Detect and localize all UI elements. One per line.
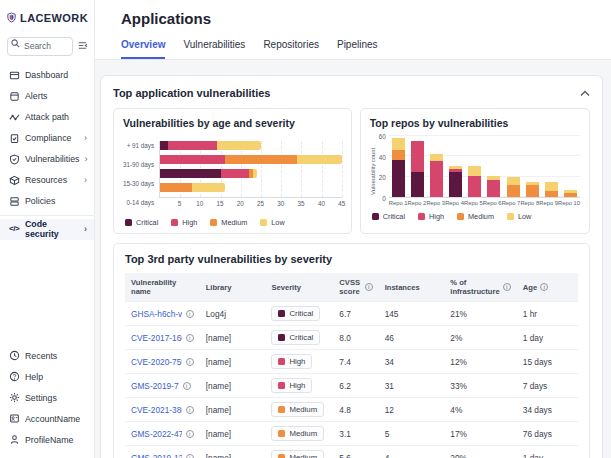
bar-segment-high[interactable]: [430, 161, 443, 197]
bar-segment-medium[interactable]: [392, 150, 405, 160]
bar-segment-high[interactable]: [160, 155, 225, 164]
bar-segment-low[interactable]: [217, 141, 261, 150]
col-vulnerability-name[interactable]: Vulnerability name: [125, 273, 200, 302]
sidebar-item-alerts[interactable]: Alerts: [0, 86, 94, 107]
legend-item-critical[interactable]: Critical: [372, 212, 405, 221]
tab-overview[interactable]: Overview: [121, 39, 165, 59]
infrastructure-cell: 33%: [444, 374, 516, 398]
info-icon[interactable]: [540, 283, 548, 291]
table-row: GMS-2019-7[name]High6.23133%7 days: [125, 374, 578, 398]
bar-segment-low[interactable]: [430, 154, 443, 161]
sidebar-item-policies[interactable]: Policies: [0, 191, 94, 212]
col-age[interactable]: Age: [517, 273, 578, 302]
severity-dot: [278, 310, 285, 317]
bar-segment-low[interactable]: [507, 177, 520, 185]
bar-segment-medium[interactable]: [526, 185, 539, 197]
bar-segment-high[interactable]: [168, 141, 216, 150]
bar-segment-low[interactable]: [545, 182, 558, 191]
tab-vulnerabilities[interactable]: Vulnerabilities: [183, 39, 245, 59]
legend-item-high[interactable]: High: [418, 212, 444, 221]
bar-segment-low[interactable]: [192, 183, 224, 192]
bar-segment-high[interactable]: [411, 141, 424, 172]
sidebar-item-recents[interactable]: Recents: [0, 345, 94, 366]
sidebar-item-label: Dashboard: [25, 70, 68, 80]
legend-item-low[interactable]: Low: [507, 212, 531, 221]
col-severity[interactable]: Severity: [265, 273, 333, 302]
legend-item-low[interactable]: Low: [260, 218, 284, 227]
info-icon[interactable]: [186, 430, 194, 438]
bar-segment-critical[interactable]: [160, 141, 168, 150]
bar-segment-medium[interactable]: [564, 193, 577, 197]
sidebar-item-dashboard[interactable]: Dashboard: [0, 65, 94, 86]
sidebar-item-label: Compliance: [25, 133, 71, 143]
severity-dot: [278, 382, 285, 389]
legend-item-medium[interactable]: Medium: [457, 212, 494, 221]
bar-segment-low[interactable]: [297, 155, 341, 164]
vulnerability-link[interactable]: CVE-2017-16042: [131, 333, 182, 343]
info-icon[interactable]: [365, 283, 373, 291]
info-icon[interactable]: [186, 310, 194, 318]
bar-segment-critical[interactable]: [411, 172, 424, 197]
info-icon[interactable]: [183, 382, 191, 390]
info-icon[interactable]: [186, 454, 194, 458]
bar-segment-medium[interactable]: [545, 191, 558, 197]
bar-segment-medium[interactable]: [225, 155, 298, 164]
info-icon[interactable]: [503, 283, 511, 291]
sidebar-item-profile[interactable]: ProfileName: [0, 429, 94, 450]
sidebar-item-account[interactable]: AccountName: [0, 408, 94, 429]
vulnerability-link[interactable]: GHSA-h6ch-v84...: [131, 309, 182, 319]
bar-segment-high[interactable]: [487, 180, 500, 197]
info-icon[interactable]: [186, 406, 194, 414]
tab-pipelines[interactable]: Pipelines: [337, 39, 378, 59]
category-label: Repo 2: [408, 200, 427, 206]
vulnerability-link[interactable]: GMS-2019-7: [131, 381, 179, 391]
vulnerability-link[interactable]: GMS-2022-4708: [131, 429, 182, 439]
legend-swatch: [171, 219, 178, 226]
col-library[interactable]: Library: [200, 273, 266, 302]
legend-label: Low: [518, 212, 531, 221]
bar-segment-medium[interactable]: [507, 185, 520, 197]
col-cvss-score[interactable]: CVSS score: [333, 273, 378, 302]
bar-segment-high[interactable]: [221, 169, 249, 178]
collapse-section-icon[interactable]: [580, 90, 590, 97]
top-repos-xlabels: Repo 1Repo 2Repo 3Repo 4Repo 5Repo 6Repo…: [389, 200, 580, 206]
info-icon[interactable]: [186, 358, 194, 366]
col-instances[interactable]: Instances: [379, 273, 445, 302]
bar-segment-high[interactable]: [468, 176, 481, 197]
attack-path-icon: [9, 112, 20, 123]
bar-segment-critical[interactable]: [392, 160, 405, 197]
sidebar-item-attack-path[interactable]: Attack path: [0, 107, 94, 128]
bar-segment-critical[interactable]: [449, 172, 462, 197]
legend-item-medium[interactable]: Medium: [210, 218, 247, 227]
sidebar-item-code-security[interactable]: </> Code security ›: [0, 219, 94, 240]
policies-icon: [9, 196, 20, 207]
bar-segment-low[interactable]: [468, 166, 481, 176]
legend-item-critical[interactable]: Critical: [125, 218, 158, 227]
collapse-sidebar-icon[interactable]: [77, 40, 88, 51]
x-tick-label: 35: [298, 200, 305, 207]
sidebar-item-resources[interactable]: Resources ›: [0, 170, 94, 191]
top-repos-plot: [389, 136, 580, 198]
sidebar-item-help[interactable]: Help: [0, 366, 94, 387]
bar-segment-low[interactable]: [253, 169, 257, 178]
lacework-logo[interactable]: LACEWORK: [0, 0, 94, 33]
chevron-right-icon: ›: [84, 155, 87, 164]
infrastructure-cell: 21%: [444, 302, 516, 326]
age-severity-legend: CriticalHighMediumLow: [123, 218, 342, 227]
legend-swatch: [260, 219, 267, 226]
bar-segment-medium[interactable]: [160, 183, 192, 192]
sidebar-item-settings[interactable]: Settings: [0, 387, 94, 408]
vulnerability-link[interactable]: GMS-2019-128: [131, 453, 182, 458]
vulnerability-link[interactable]: CVE-2020-7598: [131, 357, 182, 367]
vulnerability-link[interactable]: CVE-2021-3807: [131, 405, 182, 415]
sidebar-item-label: Alerts: [25, 91, 48, 101]
legend-item-high[interactable]: High: [171, 218, 197, 227]
vulnerability-name-cell: CVE-2017-16042: [131, 333, 194, 343]
bar-segment-low[interactable]: [392, 138, 405, 150]
sidebar-item-vulnerabilities[interactable]: Vulnerabilities ›: [0, 149, 94, 170]
info-icon[interactable]: [186, 334, 194, 342]
bar-segment-critical[interactable]: [160, 169, 221, 178]
col-infrastructure[interactable]: % of infrastructure: [444, 273, 516, 302]
sidebar-item-compliance[interactable]: Compliance ›: [0, 128, 94, 149]
tab-repositories[interactable]: Repositories: [263, 39, 319, 59]
